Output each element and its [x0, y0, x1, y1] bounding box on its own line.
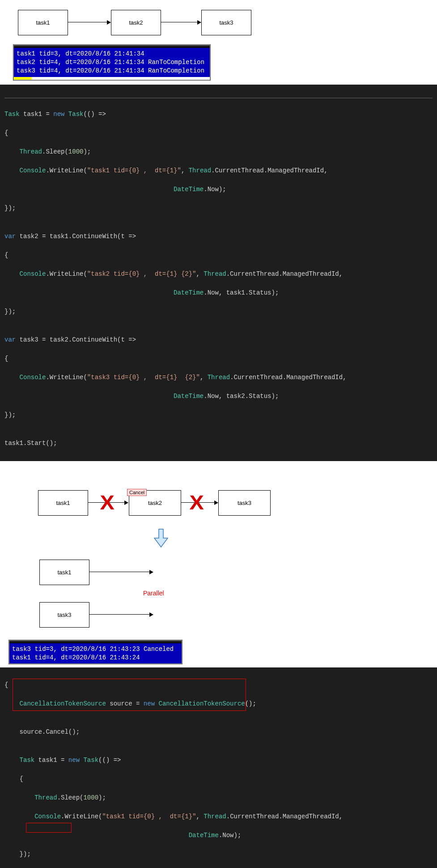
- down-arrow-icon: [153, 528, 169, 548]
- diagram1-box-task1: task1: [18, 10, 68, 35]
- diagram1-box-task3: task3: [201, 10, 251, 35]
- diagram2-box-task3: task3: [218, 490, 271, 516]
- diagram-cancel-parallel: task1 X task2 Cancel X task3 task1 Paral…: [0, 483, 437, 640]
- diagram1-box-task2: task2: [111, 10, 161, 35]
- diagram-sequential: task1 task2 task3: [0, 0, 437, 45]
- console-output-1-wrapper: task1 tid=3, dt=2020/8/16 21:41:34 task2…: [0, 45, 437, 80]
- arrow-2: [161, 22, 197, 22]
- console-output-2-wrapper: task3 tid=3, dt=2020/8/16 21:43:23 Cance…: [0, 640, 437, 664]
- diagram2-parallel-task1: task1: [39, 560, 89, 585]
- console1-line3: task3 tid=4, dt=2020/8/16 21:41:34 RanTo…: [17, 67, 207, 75]
- arrow-2-head: [197, 20, 201, 25]
- arrow-1-head: [107, 20, 111, 25]
- console2-line1: task3 tid=3, dt=2020/8/16 21:43:23 Cance…: [12, 645, 179, 654]
- highlight-cancellation-source: [13, 679, 246, 711]
- console1-line1: task1 tid=3, dt=2020/8/16 21:41:34: [17, 50, 207, 58]
- d2-par-arrow2-head: [149, 612, 153, 617]
- code-block-1: Task task1 = new Task(() => { Thread.Sle…: [0, 85, 437, 461]
- console-output-2: task3 tid=3, dt=2020/8/16 21:43:23 Cance…: [9, 640, 182, 664]
- d2-arrow2-head: [214, 500, 218, 505]
- console2-line2: task1 tid=4, dt=2020/8/16 21:43:24: [12, 654, 179, 662]
- diagram2-box-task1: task1: [38, 490, 88, 516]
- red-x-1: X: [100, 492, 115, 514]
- console-output-1: task1 tid=3, dt=2020/8/16 21:41:34 task2…: [13, 45, 210, 80]
- parallel-label: Parallel: [143, 590, 164, 597]
- diagram2-parallel-task3: task3: [39, 602, 89, 628]
- red-x-2: X: [190, 492, 204, 514]
- d2-arrow1-head: [124, 500, 128, 505]
- console-caret: [14, 77, 32, 80]
- console1-line2: task2 tid=4, dt=2020/8/16 21:41:34 RanTo…: [17, 58, 207, 67]
- d2-par-arrow1-head: [149, 570, 153, 574]
- d2-par-arrow1: [89, 572, 149, 572]
- cancel-label: Cancel: [127, 489, 147, 496]
- code-block-2: { CancellationTokenSource source = new C…: [0, 667, 437, 868]
- highlight-source-token: [26, 823, 72, 833]
- d2-par-arrow2: [89, 614, 149, 615]
- arrow-1: [68, 22, 107, 22]
